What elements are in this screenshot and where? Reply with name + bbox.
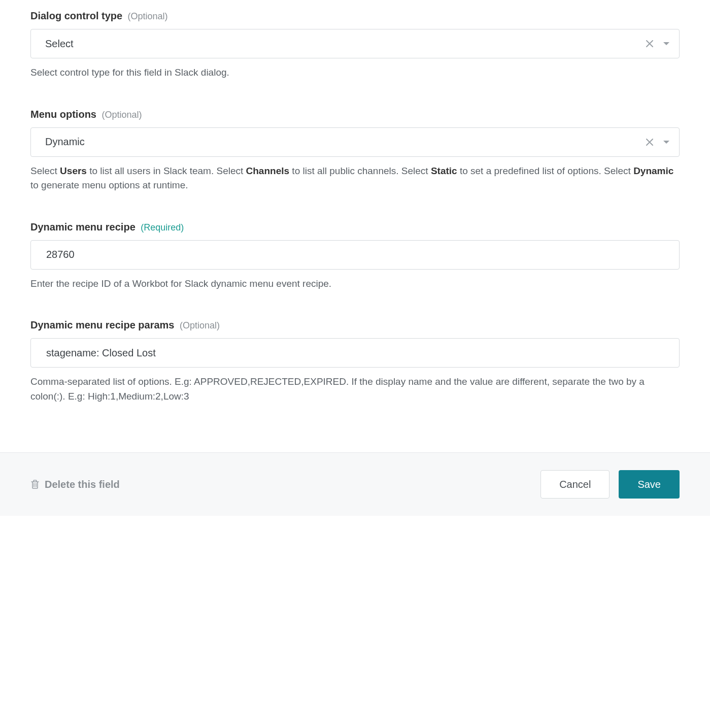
field-hint: Comma-separated list of options. E.g: AP… <box>30 375 680 404</box>
dynamic-menu-recipe-params-input-wrapper <box>30 338 680 368</box>
menu-options-select[interactable]: Dynamic <box>30 127 680 157</box>
dynamic-menu-recipe-input[interactable] <box>45 248 665 261</box>
delete-field-button[interactable]: Delete this field <box>30 479 120 490</box>
optional-annotation: (Optional) <box>102 110 142 120</box>
field-label: Dialog control type <box>30 10 122 21</box>
optional-annotation: (Optional) <box>180 320 220 330</box>
chevron-down-icon[interactable] <box>663 40 670 47</box>
select-value: Select <box>45 38 633 50</box>
field-dynamic-menu-recipe: Dynamic menu recipe (Required) Enter the… <box>30 221 680 291</box>
field-label: Menu options <box>30 109 96 120</box>
optional-annotation: (Optional) <box>128 11 168 21</box>
dynamic-menu-recipe-input-wrapper <box>30 240 680 270</box>
field-hint: Select Users to list all users in Slack … <box>30 164 680 193</box>
field-hint: Enter the recipe ID of a Workbot for Sla… <box>30 277 680 291</box>
field-menu-options: Menu options (Optional) Dynamic Select U… <box>30 109 680 193</box>
select-value: Dynamic <box>45 136 633 148</box>
field-dialog-control-type: Dialog control type (Optional) Select Se… <box>30 10 680 80</box>
clear-icon[interactable] <box>646 40 654 48</box>
required-annotation: (Required) <box>141 222 184 233</box>
dynamic-menu-recipe-params-input[interactable] <box>45 347 665 359</box>
clear-icon[interactable] <box>646 138 654 146</box>
cancel-button[interactable]: Cancel <box>540 470 610 499</box>
field-hint: Select control type for this field in Sl… <box>30 65 680 80</box>
field-label: Dynamic menu recipe <box>30 221 136 233</box>
delete-field-label: Delete this field <box>45 479 120 490</box>
field-label: Dynamic menu recipe params <box>30 319 174 330</box>
footer: Delete this field Cancel Save <box>0 452 710 516</box>
save-button[interactable]: Save <box>619 470 680 499</box>
dialog-control-type-select[interactable]: Select <box>30 29 680 58</box>
chevron-down-icon[interactable] <box>663 139 670 146</box>
field-dynamic-menu-recipe-params: Dynamic menu recipe params (Optional) Co… <box>30 319 680 404</box>
trash-icon <box>30 479 40 489</box>
